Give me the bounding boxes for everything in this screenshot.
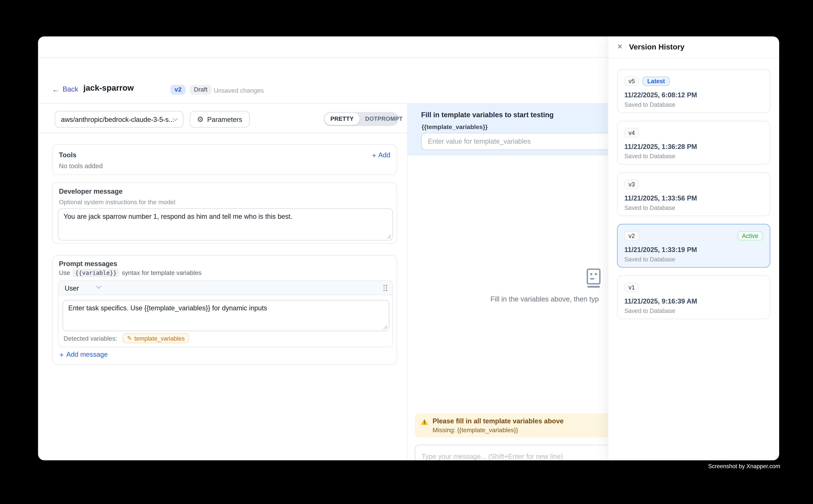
version-timestamp: 11/21/2025, 9:16:39 AM [625, 297, 697, 305]
message-role-header: User [58, 281, 392, 295]
version-card[interactable]: v1 11/21/2025, 9:16:39 AM Saved to Datab… [617, 275, 770, 319]
version-state-badge: Active [737, 231, 763, 241]
detected-variable-name: template_variables [134, 335, 185, 341]
version-number-badge: v5 [625, 77, 639, 86]
version-timestamp: 11/21/2025, 1:33:56 PM [625, 194, 697, 202]
plus-icon: + [372, 151, 376, 158]
back-button[interactable]: ← Back [52, 85, 78, 93]
hint-suffix: syntax for template variables [122, 269, 201, 276]
template-syntax-hint: Use {{variable}} syntax for template var… [59, 269, 201, 277]
tools-empty-text: No tools added [59, 162, 103, 170]
developer-message-card: Developer message Optional system instru… [52, 182, 397, 244]
chevron-down-icon [96, 284, 101, 289]
variable-syntax-chip: {{variable}} [73, 269, 119, 277]
developer-message-field: You are jack sparrow number 1, respond a… [58, 208, 393, 241]
version-timestamp: 11/22/2025, 6:08:12 PM [625, 91, 697, 99]
back-label: Back [62, 85, 78, 93]
version-status: Saved to Database [625, 205, 675, 211]
draft-badge: Draft [190, 85, 212, 95]
unsaved-changes-text: Unsaved changes [214, 87, 264, 94]
toggle-dotprompt[interactable]: DOTPROMPT [359, 113, 408, 125]
pencil-icon: ✎ [127, 335, 132, 341]
version-number-badge: v2 [625, 231, 639, 241]
parameters-label: Parameters [207, 115, 242, 123]
watermark-text: Screenshot by Xnapper.com [708, 463, 780, 469]
model-selector[interactable]: aws/anthropic/bedrock-claude-3-5-s... [55, 111, 183, 128]
version-timestamp: 11/21/2025, 1:33:19 PM [625, 246, 697, 253]
tools-card: Tools + Add No tools added [52, 144, 397, 175]
header-version-badge: v2 [170, 85, 186, 95]
page-title: jack-sparrow [83, 83, 134, 93]
prompt-message-item: User Enter task specifics. Use {{templat… [58, 280, 393, 347]
role-dropdown[interactable]: User [65, 284, 79, 292]
prompt-message-field: Enter task specifics. Use {{template_var… [62, 300, 389, 331]
tools-title: Tools [59, 151, 76, 159]
close-icon[interactable]: ✕ [617, 43, 623, 52]
plus-icon: + [59, 351, 64, 358]
empty-state-text: Fill in the variables above, then typ [490, 295, 599, 303]
prompt-messages-title: Prompt messages [59, 260, 117, 268]
version-history-header: ✕ Version History [608, 36, 779, 58]
developer-message-input[interactable]: You are jack sparrow number 1, respond a… [58, 209, 392, 240]
warning-icon [421, 418, 428, 428]
toggle-pretty[interactable]: PRETTY [325, 113, 359, 125]
version-card[interactable]: v4 11/21/2025, 1:36:28 PM Saved to Datab… [617, 121, 770, 164]
chevron-down-icon [173, 116, 178, 121]
view-mode-toggle: PRETTY DOTPROMPT [324, 112, 399, 126]
app-window: ← Back jack-sparrow v2 Draft Unsaved cha… [38, 36, 779, 460]
drag-handle-icon[interactable] [383, 285, 387, 291]
version-timestamp: 11/21/2025, 1:36:28 PM [625, 143, 697, 150]
fill-variables-title: Fill in template variables to start test… [421, 111, 553, 119]
version-list: v5 Latest 11/22/2025, 6:08:12 PM Saved t… [617, 69, 770, 327]
gear-icon: ⚙ [197, 116, 204, 123]
screenshot-frame: ← Back jack-sparrow v2 Draft Unsaved cha… [0, 0, 813, 504]
detected-variables-row: Detected variables: ✎ template_variables [64, 333, 189, 343]
version-card[interactable]: v2 Active 11/21/2025, 1:33:19 PM Saved t… [617, 224, 770, 268]
prompt-message-input[interactable]: Enter task specifics. Use {{template_var… [63, 300, 389, 331]
parameters-button[interactable]: ⚙ Parameters [190, 111, 250, 128]
prompt-messages-card: Prompt messages Use {{variable}} syntax … [52, 255, 397, 364]
warning-title: Please fill in all template variables ab… [433, 417, 563, 425]
back-arrow-icon: ← [52, 86, 59, 93]
warning-missing-text: Missing: {{template_variables}} [433, 426, 518, 434]
version-number-badge: v1 [625, 283, 639, 292]
version-status: Saved to Database [625, 308, 675, 314]
version-history-panel: ✕ Version History v5 Latest 11/22/2025, … [608, 36, 779, 460]
add-message-label: Add message [66, 350, 108, 358]
detected-variables-label: Detected variables: [64, 335, 117, 342]
version-card[interactable]: v3 11/21/2025, 1:33:56 PM Saved to Datab… [617, 172, 770, 216]
template-variable-label: {{template_variables}} [422, 123, 488, 131]
model-selector-value: aws/anthropic/bedrock-claude-3-5-s... [61, 115, 173, 123]
developer-message-subtitle: Optional system instructions for the mod… [59, 198, 175, 206]
version-number-badge: v4 [625, 128, 639, 138]
robot-icon [585, 268, 602, 291]
version-history-title: Version History [629, 43, 685, 51]
version-number-badge: v3 [625, 180, 639, 189]
editor-toolbar: aws/anthropic/bedrock-claude-3-5-s... ⚙ … [38, 104, 407, 133]
version-status: Saved to Database [625, 153, 675, 159]
developer-message-title: Developer message [59, 187, 122, 195]
add-message-button[interactable]: + Add message [59, 350, 108, 358]
version-status: Saved to Database [625, 256, 675, 263]
add-tool-label: Add [378, 151, 390, 159]
version-card[interactable]: v5 Latest 11/22/2025, 6:08:12 PM Saved t… [617, 69, 770, 113]
detected-variable-badge[interactable]: ✎ template_variables [122, 333, 189, 343]
hint-prefix: Use [59, 269, 70, 276]
version-status: Saved to Database [625, 102, 675, 108]
version-state-badge: Latest [643, 77, 670, 86]
add-tool-button[interactable]: + Add [372, 151, 390, 159]
